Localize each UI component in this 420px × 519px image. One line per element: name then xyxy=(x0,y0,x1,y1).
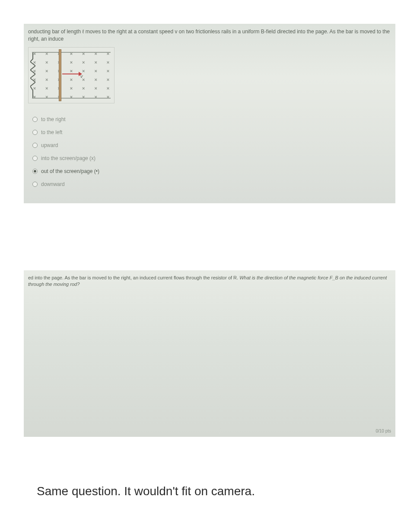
option-label: to the left xyxy=(41,129,62,135)
option-to-the-left[interactable]: to the left xyxy=(32,129,391,135)
velocity-arrow-icon xyxy=(62,74,80,74)
option-label: to the right xyxy=(41,116,66,122)
answer-options: to the right to the left upward into the… xyxy=(28,116,391,187)
radio-icon xyxy=(32,117,38,122)
option-label: upward xyxy=(41,142,58,148)
rail-top xyxy=(32,52,111,53)
velocity-label: v xyxy=(80,74,83,79)
option-label: into the screen/page (x) xyxy=(41,155,95,161)
radio-icon xyxy=(32,143,38,148)
caption: Same question. It wouldn't fit on camera… xyxy=(37,484,255,498)
physics-diagram: ××××××× ××××××× ××××××× ××××××× ××××××× … xyxy=(28,47,115,103)
radio-icon xyxy=(32,156,38,161)
points-badge: 0/10 pts xyxy=(375,429,391,433)
option-label: downward xyxy=(41,181,65,187)
option-into-screen[interactable]: into the screen/page (x) xyxy=(32,155,391,161)
resistor-icon xyxy=(30,53,35,98)
option-upward[interactable]: upward xyxy=(32,142,391,148)
radio-icon xyxy=(32,182,38,187)
field-x-marks: ××××××× ××××××× ××××××× ××××××× ××××××× … xyxy=(32,51,111,99)
option-label: out of the screen/page (•) xyxy=(41,168,99,174)
question-panel-2: ed into the page. As the bar is moved to… xyxy=(24,270,395,437)
option-downward[interactable]: downward xyxy=(32,181,391,187)
conducting-bar xyxy=(59,49,61,101)
radio-icon xyxy=(32,169,38,174)
radio-icon xyxy=(32,130,38,135)
question-panel-1: onducting bar of length ℓ moves to the r… xyxy=(24,24,395,203)
question-text: ed into the page. As the bar is moved to… xyxy=(28,275,391,288)
option-out-of-screen[interactable]: out of the screen/page (•) xyxy=(32,168,391,174)
option-to-the-right[interactable]: to the right xyxy=(32,116,391,122)
question-text: onducting bar of length ℓ moves to the r… xyxy=(28,28,391,43)
rail-bottom xyxy=(32,98,111,99)
